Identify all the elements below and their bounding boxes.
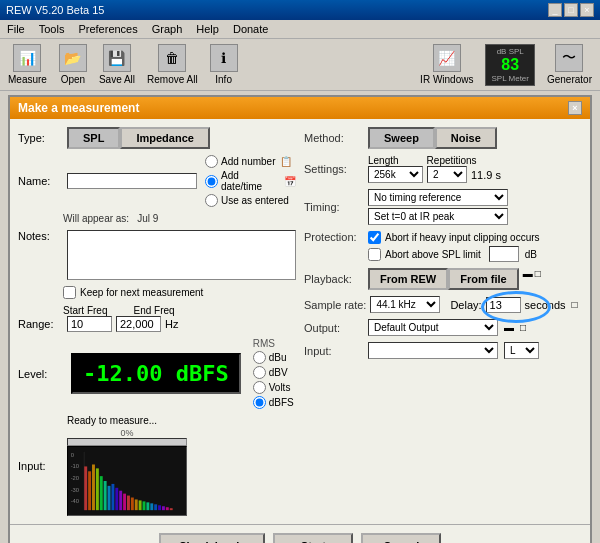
svg-text:-20: -20 [71, 475, 79, 481]
channel-select[interactable]: L R [504, 342, 539, 359]
method-sweep-button[interactable]: Sweep [368, 127, 435, 149]
right-panel: Method: Sweep Noise Settings: Length Rep… [304, 127, 582, 516]
make-measurement-dialog: Make a measurement × Type: SPL Impedance… [8, 95, 592, 543]
input2-select[interactable] [368, 342, 498, 359]
menu-tools[interactable]: Tools [36, 22, 68, 36]
spl-meter: dB SPL 83 SPL Meter [485, 44, 535, 86]
menu-graph[interactable]: Graph [149, 22, 186, 36]
range-col-labels: Start Freq End Freq [63, 305, 296, 316]
notes-textarea[interactable] [67, 230, 296, 280]
timing-selects: No timing reference Set t=0 at IR peak [368, 189, 508, 225]
dbv-option: dBV [253, 366, 294, 379]
type-impedance-button[interactable]: Impedance [120, 127, 209, 149]
end-freq-input[interactable]: 22,000 [116, 316, 161, 332]
method-row: Method: Sweep Noise [304, 127, 582, 149]
settings-col-labels: Length Repetitions [368, 155, 501, 166]
maximize-button[interactable]: □ [564, 3, 578, 17]
settings-inputs: 256k 2 11.9 s [368, 166, 501, 183]
toolbar-open[interactable]: 📂 Open [59, 44, 87, 85]
ir-windows-button[interactable]: 📈 IR Windows [420, 44, 473, 85]
svg-rect-21 [158, 505, 161, 510]
abort-spl-value[interactable] [489, 246, 519, 262]
keep-checkbox[interactable] [63, 286, 76, 299]
dialog-title-bar: Make a measurement × [10, 97, 590, 119]
will-appear-row: Will appear as: Jul 9 [18, 213, 296, 224]
output-row: Output: Default Output ▬ □ [304, 319, 582, 336]
level-section: Level: -12.00 dBFS RMS dBu dBV Volts [18, 338, 296, 409]
bottom-buttons: Check levels Start Cancel [10, 524, 590, 543]
svg-rect-2 [84, 466, 87, 510]
repetitions-select[interactable]: 2 [427, 166, 467, 183]
toolbar-info[interactable]: ℹ Info [210, 44, 238, 85]
menu-preferences[interactable]: Preferences [75, 22, 140, 36]
dbv-radio[interactable] [253, 366, 266, 379]
playback-buttons: From REW From file ▬ □ [368, 268, 541, 290]
abort-spl-checkbox[interactable] [368, 248, 381, 261]
svg-rect-9 [111, 484, 114, 510]
output-select[interactable]: Default Output [368, 319, 498, 336]
generator-button[interactable]: 〜 Generator [547, 44, 592, 85]
add-datetime-icon[interactable]: 📅 [284, 176, 296, 187]
svg-rect-12 [123, 494, 126, 511]
dialog-close-button[interactable]: × [568, 101, 582, 115]
minimize-button[interactable]: _ [548, 3, 562, 17]
cancel-button[interactable]: Cancel [361, 533, 441, 543]
svg-rect-14 [131, 498, 134, 511]
settings-row: Settings: Length Repetitions 256k 2 11.9… [304, 155, 582, 183]
menu-help[interactable]: Help [193, 22, 222, 36]
volts-radio[interactable] [253, 381, 266, 394]
level-display: -12.00 dBFS [71, 353, 241, 394]
use-as-entered-radio[interactable] [205, 194, 218, 207]
svg-text:-40: -40 [71, 498, 79, 504]
name-input[interactable] [67, 173, 197, 189]
add-number-radio[interactable] [205, 155, 218, 168]
toolbar-remove-all[interactable]: 🗑 Remove All [147, 44, 198, 85]
timing-select2[interactable]: Set t=0 at IR peak [368, 208, 508, 225]
svg-text:0: 0 [71, 452, 74, 458]
check-levels-button[interactable]: Check levels [159, 533, 266, 543]
svg-rect-11 [119, 491, 122, 510]
svg-rect-18 [146, 502, 149, 510]
add-datetime-radio[interactable] [205, 175, 218, 188]
add-number-option: Add number 📋 [205, 155, 296, 168]
sample-rate-select[interactable]: 44.1 kHz [370, 296, 440, 313]
save-icon: 💾 [103, 44, 131, 72]
close-button[interactable]: × [580, 3, 594, 17]
name-row: Name: Add number 📋 Add date/time 📅 [18, 155, 296, 207]
svg-rect-13 [127, 496, 130, 511]
timing-select1[interactable]: No timing reference [368, 189, 508, 206]
svg-rect-19 [150, 503, 153, 510]
menu-file[interactable]: File [4, 22, 28, 36]
type-row: Type: SPL Impedance [18, 127, 296, 149]
range-inputs: Range: 10 22,000 Hz [18, 316, 296, 332]
dialog-body: Type: SPL Impedance Name: Add number 📋 [10, 119, 590, 524]
input-spectrum: 0 -10 -20 -30 -40 [67, 446, 187, 516]
length-select[interactable]: 256k [368, 166, 423, 183]
dbu-radio[interactable] [253, 351, 266, 364]
notes-row: Notes: [18, 230, 296, 280]
svg-rect-23 [166, 507, 169, 510]
from-file-button[interactable]: From file [448, 268, 518, 290]
menu-donate[interactable]: Donate [230, 22, 271, 36]
abort-heavy-checkbox[interactable] [368, 231, 381, 244]
toolbar-save-all[interactable]: 💾 Save All [99, 44, 135, 85]
delay-input[interactable] [486, 297, 521, 313]
type-spl-button[interactable]: SPL [67, 127, 120, 149]
svg-rect-6 [100, 476, 103, 510]
protection-options: Abort if heavy input clipping occurs Abo… [368, 231, 540, 262]
method-noise-button[interactable]: Noise [435, 127, 497, 149]
svg-rect-7 [104, 481, 107, 510]
dbfs-radio[interactable] [253, 396, 266, 409]
app-title: REW V5.20 Beta 15 [6, 4, 104, 16]
add-number-icon[interactable]: 📋 [280, 156, 292, 167]
toolbar-measure[interactable]: 📊 Measure [8, 44, 47, 85]
start-freq-input[interactable]: 10 [67, 316, 112, 332]
title-bar: REW V5.20 Beta 15 _ □ × [0, 0, 600, 20]
open-icon: 📂 [59, 44, 87, 72]
svg-rect-17 [143, 501, 146, 510]
type-buttons: SPL Impedance [67, 127, 210, 149]
sample-rate-row: Sample rate: 44.1 kHz Delay: seconds □ [304, 296, 582, 313]
window-controls: _ □ × [548, 3, 594, 17]
from-rew-button[interactable]: From REW [368, 268, 448, 290]
start-button[interactable]: Start [273, 533, 353, 543]
